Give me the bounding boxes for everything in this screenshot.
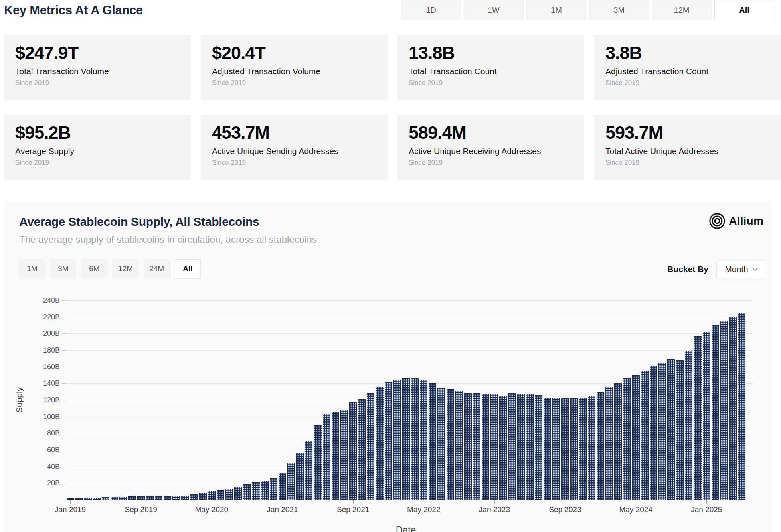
bar[interactable] (208, 491, 216, 500)
bar[interactable] (261, 481, 269, 500)
bar[interactable] (252, 482, 259, 500)
bar[interactable] (146, 496, 154, 500)
chart-range-24m[interactable]: 24M (144, 259, 170, 278)
x-tick-mark (70, 500, 71, 504)
bar[interactable] (482, 394, 489, 500)
global-range-3m[interactable]: 3M (589, 0, 649, 20)
bar[interactable] (561, 398, 569, 500)
bar[interactable] (650, 366, 657, 500)
bar[interactable] (641, 371, 649, 500)
bar[interactable] (190, 494, 198, 500)
bar[interactable] (552, 398, 560, 500)
bar[interactable] (279, 473, 286, 500)
bar[interactable] (712, 325, 719, 500)
bar[interactable] (332, 412, 339, 500)
metric-sublabel: Since 2019 (15, 79, 191, 87)
bar[interactable] (570, 398, 578, 500)
y-tick-label: 100B (4, 413, 60, 421)
bar[interactable] (658, 363, 666, 500)
bar[interactable] (588, 396, 595, 500)
bar[interactable] (632, 375, 640, 500)
bar[interactable] (296, 453, 304, 500)
metric-sublabel: Since 2019 (212, 79, 388, 87)
bar[interactable] (376, 387, 383, 500)
bar[interactable] (614, 383, 622, 500)
bar[interactable] (102, 497, 109, 500)
bar[interactable] (243, 484, 251, 500)
global-range-1m[interactable]: 1M (526, 0, 586, 20)
bar[interactable] (367, 393, 374, 500)
bar[interactable] (464, 393, 472, 500)
bar[interactable] (499, 396, 507, 500)
bar[interactable] (181, 496, 189, 500)
bar[interactable] (155, 496, 162, 500)
global-range-12m[interactable]: 12M (652, 0, 712, 20)
x-tick-mark (494, 500, 495, 504)
global-range-1w[interactable]: 1W (464, 0, 524, 20)
x-tick-mark (141, 500, 141, 504)
bar[interactable] (411, 378, 419, 500)
bar[interactable] (605, 387, 613, 500)
bar[interactable] (287, 463, 295, 500)
bar[interactable] (694, 336, 701, 500)
bar[interactable] (393, 380, 401, 500)
bar[interactable] (164, 496, 171, 500)
bar[interactable] (340, 410, 348, 500)
bar[interactable] (676, 360, 684, 500)
bar[interactable] (314, 425, 321, 500)
bar[interactable] (172, 496, 180, 500)
bar[interactable] (623, 378, 631, 500)
bar[interactable] (111, 497, 118, 500)
bar[interactable] (455, 391, 463, 500)
bar[interactable] (234, 487, 242, 500)
bar[interactable] (323, 414, 330, 500)
bucket-by-dropdown[interactable]: Month (716, 259, 766, 279)
bar[interactable] (437, 388, 445, 500)
bars (66, 300, 746, 500)
y-tick-mark (62, 383, 66, 384)
bar[interactable] (738, 313, 745, 500)
bar[interactable] (75, 498, 83, 500)
bar[interactable] (490, 394, 498, 500)
bar[interactable] (729, 317, 737, 500)
bar[interactable] (597, 392, 604, 500)
bar[interactable] (93, 498, 101, 500)
bar[interactable] (526, 394, 534, 500)
bar[interactable] (508, 393, 516, 500)
bar[interactable] (385, 382, 392, 500)
global-range-all[interactable]: All (714, 0, 774, 20)
chart-range-3m[interactable]: 3M (50, 259, 76, 278)
bar[interactable] (119, 497, 127, 500)
bar[interactable] (703, 332, 710, 500)
bar[interactable] (305, 441, 312, 500)
chart-range-1m[interactable]: 1M (19, 259, 45, 278)
bar[interactable] (579, 398, 587, 500)
y-tick-label: 180B (4, 346, 60, 355)
bar[interactable] (67, 498, 74, 500)
bar[interactable] (685, 351, 692, 500)
bar[interactable] (473, 393, 480, 500)
bar[interactable] (225, 489, 233, 500)
bar[interactable] (720, 321, 728, 500)
chart-range-6m[interactable]: 6M (81, 259, 107, 278)
bar[interactable] (667, 359, 675, 500)
bar[interactable] (420, 380, 427, 500)
bar[interactable] (199, 493, 207, 500)
bar[interactable] (517, 394, 525, 500)
bar[interactable] (137, 496, 145, 500)
bar[interactable] (217, 490, 224, 500)
chart-range-all[interactable]: All (175, 259, 201, 278)
bar[interactable] (270, 478, 277, 500)
bar[interactable] (544, 398, 551, 500)
bar[interactable] (349, 402, 357, 500)
bar[interactable] (128, 496, 136, 500)
bar[interactable] (358, 399, 366, 500)
bar[interactable] (402, 378, 410, 500)
bar[interactable] (447, 389, 454, 500)
chart-range-12m[interactable]: 12M (113, 259, 138, 278)
bar[interactable] (535, 395, 542, 500)
global-range-1d[interactable]: 1D (401, 0, 461, 20)
bar[interactable] (84, 498, 92, 500)
y-tick-label: 60B (4, 446, 60, 454)
bar[interactable] (429, 383, 436, 500)
